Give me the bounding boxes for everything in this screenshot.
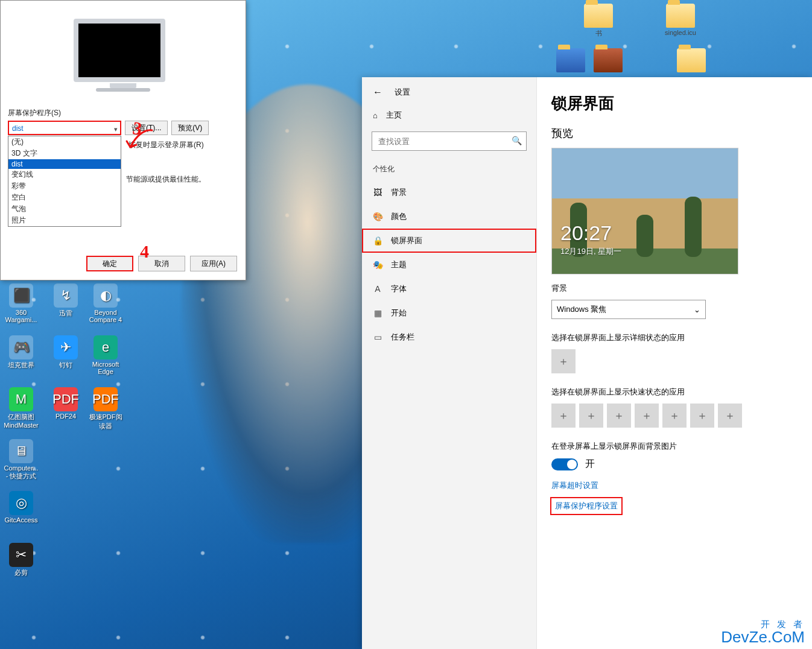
ok-button[interactable]: 确定 [86,256,133,271]
desktop-icon[interactable]: ◐Beyond Compare 4 [87,283,124,323]
desktop-icon[interactable]: 🖥Computer... - 快捷方式 [2,439,40,481]
dropdown-option[interactable]: 空白 [8,192,121,203]
desktop-folder-books[interactable]: 书 [577,4,620,38]
desktop-folder-singled[interactable]: singled.icu [659,4,702,36]
add-detail-app-button[interactable]: ＋ [551,349,576,373]
home-nav[interactable]: ⌂ 主页 [362,104,536,127]
desktop-icon[interactable]: PDF极速PDF阅读器 [87,387,124,431]
folder-icon [666,4,695,28]
nav-start[interactable]: ▦开始 [362,301,536,325]
screensaver-dropdown[interactable]: dist [8,121,121,135]
dropdown-option[interactable]: 照片 [8,215,121,226]
folder-label: singled.icu [659,29,702,36]
add-quick-app-button[interactable]: ＋ [579,404,603,428]
annotation-4: 4 [140,241,149,262]
desktop-icon-winrar[interactable] [586,48,630,74]
quick-app-label: 选择在锁屏界面上显示快速状态的应用 [551,387,798,397]
watermark: 开 发 者 DevZe.CoM [721,619,805,645]
app-icon: ⬛ [9,283,33,308]
apply-button[interactable]: 应用(A) [190,256,237,271]
nav-taskbar[interactable]: ▭任务栏 [362,325,536,349]
add-quick-app-button[interactable]: ＋ [551,404,576,428]
background-select[interactable]: Windows 聚焦 ⌄ [551,300,706,319]
preview-heading: 预览 [551,126,798,141]
nav-lockscreen[interactable]: 🔒锁屏界面 [362,229,536,253]
cactus-icon [685,197,702,257]
preview-time: 20:27 [560,221,612,245]
pdf-icon: PDF [54,387,78,411]
login-bg-toggle[interactable] [551,458,578,470]
desktop-icon[interactable]: ⬛360 Wargami... [2,283,40,323]
cactus-icon [636,215,653,257]
font-icon: A [373,284,382,294]
screensaver-section-label: 屏幕保护程序(S) [8,108,238,118]
preview-date: 12月19日, 星期一 [560,246,621,257]
dropdown-option[interactable]: 变幻线 [8,169,121,180]
monitor-preview [74,19,173,97]
chevron-down-icon: ⌄ [694,305,700,314]
pdf-icon: PDF [94,387,118,411]
desktop-icon[interactable]: M亿图脑图 MindMaster [2,387,40,429]
archive-icon [594,48,623,72]
annotation-arrow-icon [121,127,163,157]
picture-icon: 🖼 [373,188,382,197]
dropdown-option-selected[interactable]: dist [8,159,121,169]
dropdown-option[interactable]: 气泡 [8,203,121,215]
app-icon: ✂ [9,543,33,567]
screensaver-settings-link[interactable]: 屏幕保护程序设置 [551,498,621,514]
app-icon: ◎ [9,491,33,515]
nav-fonts[interactable]: A字体 [362,277,536,301]
timeout-link[interactable]: 屏幕超时设置 [551,480,798,491]
search-input[interactable] [372,131,527,151]
nav-category: 个性化 [362,162,536,180]
nav-themes[interactable]: 🎭主题 [362,253,536,277]
search-icon: 🔍 [512,136,522,145]
login-bg-label: 在登录屏幕上显示锁屏界面背景图片 [551,441,798,452]
home-icon: ⌂ [373,111,378,120]
background-value: Windows 聚焦 [557,304,606,315]
app-icon: 🎮 [9,335,33,359]
add-quick-app-button[interactable]: ＋ [635,404,659,428]
desktop-icon[interactable]: eMicrosoft Edge [87,335,124,375]
background-label: 背景 [551,283,798,294]
dropdown-option[interactable]: 3D 文字 [8,148,121,159]
back-button[interactable]: ← [373,87,382,98]
settings-window: ← 设置 ⌂ 主页 🔍 个性化 🖼背景 🎨颜色 🔒锁屏界面 🎭主题 A字体 ▦开… [362,77,812,649]
desktop-icon[interactable]: ✈钉钉 [47,335,84,370]
screensaver-preview-button[interactable]: 预览(V) [171,121,209,135]
add-quick-app-button[interactable]: ＋ [718,404,742,428]
folder-label: 书 [577,29,620,38]
app-icon: 🖥 [9,439,33,463]
dropdown-option[interactable]: 彩带 [8,180,121,192]
desktop-icon[interactable]: 🎮坦克世界 [2,335,40,370]
desktop-folder-generic[interactable] [670,48,713,74]
dropdown-option[interactable]: (无) [8,136,121,148]
settings-nav: ← 设置 ⌂ 主页 🔍 个性化 🖼背景 🎨颜色 🔒锁屏界面 🎭主题 A字体 ▦开… [362,77,537,649]
nav-colors[interactable]: 🎨颜色 [362,204,536,229]
power-hint: 节能源或提供最佳性能。 [126,174,238,185]
desktop-icon[interactable]: ↯迅雷 [47,283,84,318]
app-icon: ✈ [54,335,78,359]
settings-search[interactable]: 🔍 [372,131,527,151]
add-quick-app-button[interactable]: ＋ [690,404,714,428]
palette-icon: 🎨 [373,212,382,221]
settings-title: 设置 [395,87,410,98]
app-icon: ↯ [54,283,78,308]
desktop-icon[interactable]: PDFPDF24 [47,387,84,420]
detail-app-label: 选择在锁屏界面上显示详细状态的应用 [551,332,798,343]
nav-background[interactable]: 🖼背景 [362,180,536,204]
add-quick-app-button[interactable]: ＋ [662,404,687,428]
lock-icon: 🔒 [373,236,382,245]
folder-icon [584,4,613,28]
folder-icon [677,48,706,72]
doc-icon [556,48,585,72]
taskbar-icon: ▭ [373,332,382,342]
start-icon: ▦ [373,308,382,318]
add-quick-app-button[interactable]: ＋ [607,404,631,428]
app-icon: M [9,387,33,411]
desktop-icon[interactable]: ✂必剪 [2,543,40,577]
settings-main: 锁屏界面 预览 20:27 12月19日, 星期一 背景 Windows 聚焦 … [537,77,812,649]
desktop-icon[interactable]: ◎GitcAccess [2,491,40,524]
page-title: 锁屏界面 [551,93,798,114]
app-icon: ◐ [94,283,118,308]
